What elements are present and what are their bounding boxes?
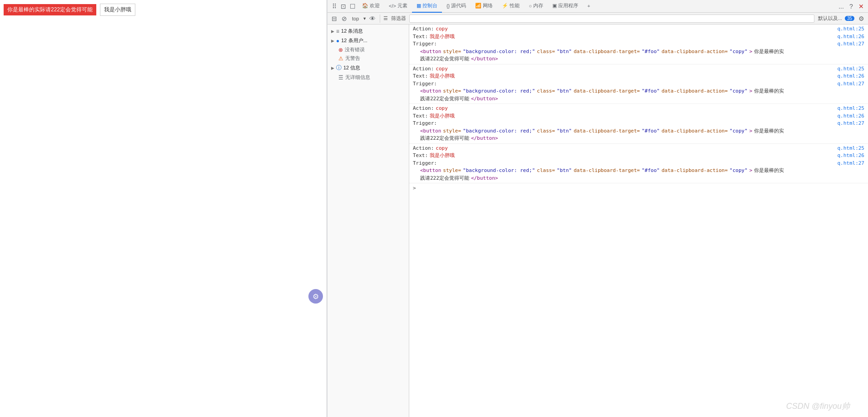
attr-data1: data-clipboard-target= — [574, 167, 640, 175]
action-value: copy — [436, 105, 448, 113]
divider — [380, 15, 380, 23]
console-entry: Action: copy q.html:25 Text: 我是小胖哦 q.htm… — [409, 25, 868, 64]
btn-text2: 践请222定会觉得可能 — [420, 95, 469, 103]
console-icon: ▦ — [417, 3, 421, 9]
trigger-link[interactable]: q.html:27 — [837, 40, 864, 48]
attr-data1-val: "#foo" — [642, 88, 660, 95]
red-button[interactable]: 你是最棒的实际请222定会觉得可能 — [4, 4, 96, 15]
trigger-link[interactable]: q.html:27 — [837, 80, 864, 88]
devtools-toggle[interactable]: ⚙ — [308, 289, 323, 304]
action-link[interactable]: q.html:25 — [837, 65, 864, 73]
console-line-text: Text: 我是小胖哦 q.html:26 — [413, 152, 864, 160]
attr-style-val: "background-color: red;" — [463, 167, 535, 175]
expand-arrow[interactable]: > — [413, 185, 416, 191]
attr-class: class= — [537, 48, 555, 56]
dock-bottom-icon[interactable]: ⊟ — [330, 15, 338, 23]
tag-button-open: <button — [420, 167, 441, 175]
close-icon[interactable]: ✕ — [857, 2, 865, 10]
action-link[interactable]: q.html:25 — [837, 25, 864, 33]
trigger-key: Trigger: — [413, 120, 437, 128]
attr-data2-val: "copy" — [729, 48, 748, 56]
tab-network[interactable]: 📶 网络 — [471, 0, 497, 13]
attr-style-val: "background-color: red;" — [463, 48, 535, 56]
sidebar-item-user[interactable]: ▶ ● 12 条用户... — [327, 36, 409, 45]
attr-data2: data-clipboard-action= — [661, 167, 728, 175]
sidebar-item-messages[interactable]: ▶ ≡ 12 条消息 — [327, 26, 409, 36]
console-line-text: Text: 我是小胖哦 q.html:26 — [413, 33, 864, 41]
action-link[interactable]: q.html:25 — [837, 145, 864, 152]
btn-text2: 践请222定会觉得可能 — [420, 175, 469, 182]
messages-icon: ≡ — [336, 28, 339, 34]
attr-data2-val: "copy" — [729, 128, 748, 135]
text-key: Text: — [413, 33, 428, 41]
sidebar-label-warnings: 无警告 — [345, 55, 360, 62]
more-icon[interactable]: ... — [837, 2, 845, 10]
tag-button-open: <button — [420, 48, 441, 56]
action-link[interactable]: q.html:25 — [837, 105, 864, 113]
text-link[interactable]: q.html:26 — [837, 73, 864, 80]
tab-performance[interactable]: ⚡ 性能 — [497, 0, 524, 13]
filter-icon: ☰ — [383, 15, 388, 21]
btn-text1: 你是最棒的实 — [754, 128, 784, 135]
block-icon[interactable]: ⊘ — [340, 15, 348, 23]
tab-plus[interactable]: + — [583, 0, 595, 13]
text-key: Text: — [413, 152, 428, 160]
text-key: Text: — [413, 73, 428, 80]
eye-icon[interactable]: 👁 — [368, 15, 377, 23]
trigger-link[interactable]: q.html:27 — [837, 120, 864, 128]
attr-class: class= — [537, 128, 555, 135]
sidebar-label-errors: 没有错误 — [345, 46, 365, 53]
tag-button-close: </button> — [471, 135, 498, 142]
attr-data1: data-clipboard-target= — [574, 48, 640, 56]
help-icon[interactable]: ? — [847, 2, 855, 10]
inspect-icon[interactable]: ⊡ — [339, 2, 347, 10]
device-icon[interactable]: ☐ — [348, 2, 357, 10]
level-label[interactable]: 默认以及... — [818, 15, 842, 22]
user-icon: ● — [336, 38, 339, 44]
text-link[interactable]: q.html:26 — [837, 152, 864, 160]
message-count-badge: 35 — [845, 16, 854, 21]
tab-memory[interactable]: ○ 内存 — [524, 0, 548, 13]
btn-text1: 你是最棒的实 — [754, 88, 784, 95]
trigger-link[interactable]: q.html:27 — [837, 160, 864, 167]
console-line-trigger-html2: 践请222定会觉得可能</button> — [413, 135, 864, 142]
text-link[interactable]: q.html:26 — [837, 33, 864, 41]
text-key: Text: — [413, 113, 428, 120]
filter-input[interactable] — [409, 15, 814, 23]
sidebar-item-errors[interactable]: ⊗ 没有错误 — [327, 45, 409, 54]
attr-data1-val: "#foo" — [642, 167, 660, 175]
tab-sources[interactable]: {} 源代码 — [442, 0, 471, 13]
attr-data2: data-clipboard-action= — [661, 48, 728, 56]
text-value: 我是小胖哦 — [430, 33, 455, 41]
tab-application[interactable]: ▣ 应用程序 — [548, 0, 583, 13]
warning-icon: ⚠ — [338, 55, 343, 62]
attr-data1-val: "#foo" — [642, 48, 660, 56]
settings-icon[interactable]: ⚙ — [857, 15, 865, 23]
tag-button-close: </button> — [471, 55, 498, 63]
dt-right-icons: ... ? ✕ — [837, 2, 865, 10]
text-link[interactable]: q.html:26 — [837, 113, 864, 120]
tab-console[interactable]: ▦ 控制台 — [412, 0, 442, 13]
tag-button-open: <button — [420, 88, 441, 95]
perf-icon: ⚡ — [502, 3, 508, 9]
attr-data1: data-clipboard-target= — [574, 128, 640, 135]
tag-button-close: </button> — [471, 175, 498, 182]
home-icon: 🏠 — [362, 3, 368, 9]
text-value: 我是小胖哦 — [430, 73, 455, 80]
btn-text2: 践请222定会觉得可能 — [420, 55, 469, 63]
sidebar-item-warnings[interactable]: ⚠ 无警告 — [327, 54, 409, 63]
dock-left-icon[interactable]: ⠿ — [330, 2, 338, 10]
attr-data1: data-clipboard-target= — [574, 88, 640, 95]
sidebar-item-info[interactable]: ▶ ⓘ 12 信息 — [327, 63, 409, 73]
devtools-content: ▶ ≡ 12 条消息 ▶ ● 12 条用户... ⊗ 没有错误 ⚠ — [327, 25, 868, 417]
webpage-buttons: 你是最棒的实际请222定会觉得可能 我是小胖哦 — [0, 0, 327, 20]
text-value: 我是小胖哦 — [430, 152, 455, 160]
tab-welcome[interactable]: 🏠 欢迎 — [357, 0, 384, 13]
sidebar-item-verbose[interactable]: ☰ 无详细信息 — [327, 73, 409, 82]
console-line-trigger-label: Trigger: q.html:27 — [413, 80, 864, 88]
white-button[interactable]: 我是小胖哦 — [100, 4, 135, 16]
attr-data2-val: "copy" — [729, 88, 748, 95]
devtools-panel: ⠿ ⊡ ☐ 🏠 欢迎 </> 元素 ▦ 控制台 {} 源代码 — [327, 0, 868, 417]
dropdown-arrow[interactable]: ▼ — [362, 16, 367, 21]
tab-elements[interactable]: </> 元素 — [384, 0, 412, 13]
